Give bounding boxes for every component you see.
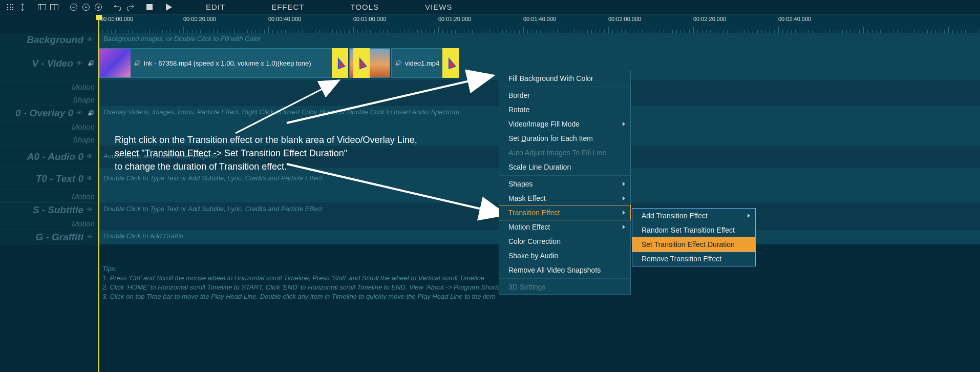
context-menu: Fill Background With Color Border Rotate…	[499, 71, 631, 295]
ctx-3d-settings: 3D Settings	[499, 280, 630, 294]
track-text0-motion: Motion	[0, 190, 980, 203]
track-label: T0 - Text 0	[36, 173, 83, 184]
transition-marker[interactable]	[332, 48, 348, 78]
lane-hint: Background Images, or Double Click to Fi…	[103, 35, 261, 43]
undo-icon[interactable]	[112, 2, 124, 13]
speaker-icon[interactable]: 🔊	[88, 60, 95, 67]
lane-hint: Double Click to Type Text or Add Subtitl…	[103, 174, 322, 182]
ruler-tick: 00:01:40.000	[523, 16, 556, 22]
ctx-fill-mode[interactable]: Video/Image Fill Mode	[499, 117, 630, 131]
svg-rect-1	[10, 4, 11, 5]
sublane-label: Motion	[72, 122, 95, 131]
ruler-tick: 00:00:00.000	[100, 16, 133, 22]
clip-label: video1.mp4	[405, 59, 439, 67]
zoom-reset-icon[interactable]	[80, 2, 92, 13]
track-label: 0 - Overlay 0	[15, 108, 73, 119]
ctx-shapes[interactable]: Shapes	[499, 177, 630, 191]
svg-rect-2	[12, 4, 13, 5]
play-icon[interactable]	[163, 2, 175, 13]
ctx-scale-line[interactable]: Scale Line Duration	[499, 160, 630, 174]
ctx-motion-effect[interactable]: Motion Effect	[499, 220, 630, 234]
ctx-rotate[interactable]: Rotate	[499, 102, 630, 117]
visibility-icon[interactable]: 👁	[87, 175, 95, 183]
instruction-overlay: Right click on the Transition effect or …	[115, 133, 417, 173]
track-graffiti: G - Graffiti 👁 Double Click to Add Graff…	[0, 230, 980, 244]
transition-marker[interactable]	[353, 48, 370, 78]
menu-tools[interactable]: TOOLS	[351, 3, 379, 11]
track-label: A0 - Audio 0	[27, 151, 83, 162]
menu-views[interactable]: VIEWS	[425, 3, 452, 11]
grid-icon[interactable]	[4, 2, 16, 13]
track-background: Background 👁 Background Images, or Doubl…	[0, 33, 980, 47]
video-clip[interactable]: 🔊 video1.mp4	[391, 48, 444, 78]
ruler-tick: 00:02:00.000	[608, 16, 641, 22]
svg-rect-7	[10, 9, 11, 10]
ctx-transition-effect[interactable]: Transition Effect	[499, 205, 631, 220]
lane-hint: Double Click to Add Graffiti	[103, 232, 183, 240]
visibility-icon[interactable]: 👁	[87, 153, 95, 161]
ctx-mask-effect[interactable]: Mask Effect	[499, 191, 630, 205]
visibility-icon[interactable]: 👁	[87, 206, 95, 214]
instruction-line: select "Transition Effect -> Set Transit…	[115, 147, 417, 160]
zoom-in-icon[interactable]	[92, 2, 104, 13]
speaker-icon: 🔊	[395, 60, 402, 67]
sub-random-transition[interactable]: Random Set Transition Effect	[632, 223, 755, 237]
ctx-text: Shake	[508, 252, 531, 260]
video-clip[interactable]: 🔊 lnk - 67358.mp4 (speed x 1.00, volume …	[99, 48, 333, 78]
visibility-icon[interactable]: 👁	[76, 109, 84, 117]
vscroll-icon[interactable]	[16, 2, 29, 13]
svg-point-16	[86, 6, 87, 8]
context-submenu-transition: Add Transition Effect Random Set Transit…	[632, 208, 756, 266]
svg-marker-21	[166, 4, 172, 11]
zoom-out-icon[interactable]	[68, 2, 80, 13]
sub-set-transition-duration[interactable]: Set Transition Effect Duration	[632, 237, 756, 252]
svg-rect-8	[12, 9, 13, 10]
speaker-icon: 🔊	[134, 60, 141, 67]
sublane-label: Motion	[72, 219, 95, 228]
ruler-tick: 00:00:40.000	[268, 16, 301, 22]
speaker-icon[interactable]: 🔊	[88, 110, 95, 117]
ctx-border[interactable]: Border	[499, 88, 630, 102]
sublane-label: Motion	[72, 82, 95, 91]
visibility-icon[interactable]: 👁	[76, 59, 84, 68]
ctx-text: uration for Each Item	[526, 134, 593, 142]
ctx-fill-background[interactable]: Fill Background With Color	[499, 71, 630, 86]
track-video-shape: Shape	[0, 93, 980, 106]
redo-icon[interactable]	[124, 2, 136, 13]
track-lane-background[interactable]: Background Images, or Double Click to Fi…	[98, 33, 980, 47]
visibility-icon[interactable]: 👁	[87, 36, 95, 44]
ctx-accesskey: D	[521, 134, 526, 142]
svg-rect-5	[12, 7, 13, 8]
layout-b-icon[interactable]	[48, 2, 60, 13]
visibility-icon[interactable]: 👁	[87, 233, 95, 241]
time-ruler[interactable]: 00:00:00.000 00:00:20.000 00:00:40.000 0…	[98, 14, 980, 33]
ctx-text: Set	[508, 134, 521, 142]
track-overlay0: 0 - Overlay 0 👁 🔊 Overlay Videos, Images…	[0, 106, 980, 120]
sublane-label: Shape	[73, 95, 95, 104]
playhead[interactable]	[98, 15, 99, 372]
ctx-color-correction[interactable]: Color Correction	[499, 234, 630, 249]
menu-divider	[499, 175, 630, 176]
track-label: V - Video	[32, 58, 73, 69]
ctx-text: y Audio	[535, 252, 558, 260]
sub-remove-transition[interactable]: Remove Transition Effect	[632, 252, 755, 266]
sub-add-transition[interactable]: Add Transition Effect	[632, 209, 755, 223]
svg-rect-10	[38, 4, 41, 10]
ctx-remove-snapshots[interactable]: Remove All Video Snapshots	[499, 263, 630, 277]
svg-rect-6	[7, 9, 8, 10]
svg-rect-0	[7, 4, 8, 5]
layout-a-icon[interactable]	[36, 2, 48, 13]
svg-rect-9	[38, 4, 46, 10]
transition-marker[interactable]	[442, 48, 459, 78]
ruler-tick: 00:01:20.000	[438, 16, 471, 22]
menu-effect[interactable]: EFFECT	[271, 3, 304, 11]
svg-rect-20	[146, 4, 153, 10]
ruler-tick: 00:02:20.000	[693, 16, 726, 22]
svg-rect-4	[10, 7, 11, 8]
menu-edit[interactable]: EDIT	[206, 3, 225, 11]
menu-divider	[499, 87, 630, 87]
ctx-set-duration[interactable]: Set Duration for Each Item	[499, 131, 630, 146]
stop-icon[interactable]	[143, 2, 156, 13]
track-label: Background	[27, 34, 83, 46]
ctx-shake-by-audio[interactable]: Shake by Audio	[499, 249, 630, 263]
